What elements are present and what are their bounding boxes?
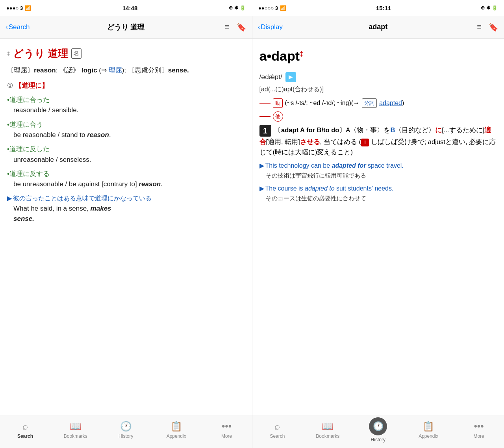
example-triangle-1: ▶ [259,162,264,169]
left-tab-bookmarks[interactable]: 📖 Bookmarks [50,415,101,448]
bullet-1-def: reasonable / sensible. [13,105,245,115]
left-bookmark-icon[interactable]: 🔖 [237,22,246,32]
right-back-button[interactable]: ‹ Display [258,23,283,31]
right-entry-header: a•dapt‡ [259,46,497,68]
left-tab-search-label: Search [17,433,33,439]
right-more-icon: ••• [474,421,484,432]
example-1-en: ▶This technology can be adapted for spac… [259,161,497,171]
etymology: [ad(...に)apt(合わせる)] [259,85,497,94]
right-nav-bar: ‹ Display adapt ≡ 🔖 [252,16,504,38]
bullet-4-def: be unreasonable / be against [contrary t… [13,179,245,189]
section1: ① 【道理に】 [7,81,245,91]
right-bookmark-icon[interactable]: 🔖 [489,22,498,32]
left-appendix-icon: 📋 [170,421,182,432]
right-signal: ●●○○○ 3 [258,5,278,11]
right-dict-panel: a•dapt‡ /ədǽpt/ ▶ [ad(...に)apt(合わせる)] 動 … [252,39,504,415]
other-badge: 他 [273,111,283,122]
example-2-ja: そのコースは生徒の必要性に合わせて [266,194,497,203]
left-status-bar: ●●●○ 3 📶 14:48 ⊕ ✱ 🔋 [0,0,252,16]
right-history-icon: 🕐 [373,421,384,431]
right-menu-icon[interactable]: ≡ [477,22,482,31]
left-dict-panel: ‡ どうり 道理 名 〔理屈〕reason; 《話》 logic (⇒ 理屈);… [0,39,252,415]
adapted-word-link[interactable]: adapted [379,100,402,106]
right-history-circle: 🕐 [369,417,387,435]
right-nav-icons: ≡ 🔖 [477,22,498,32]
left-entry-title: どうり 道理 [13,46,68,61]
example-block-1: ▶This technology can be adapted for spac… [259,161,497,180]
num-badge-1: 1 [259,125,271,137]
bullet-1-title: •道理に合った [7,95,245,105]
right-entry-title: a•dapt‡ [259,46,304,67]
triangle-icon: ▶ [7,195,12,202]
left-battery-icon: 🔋 [240,5,246,11]
section1-title: 【道理に】 [15,82,48,89]
right-entry-superscript: ‡ [300,50,304,57]
right-location-icon: ⊕ [481,5,485,11]
right-bluetooth-icon: ✱ [486,5,490,11]
example-1-ja: その技術は宇宙飛行に転用可能である [266,171,497,180]
left-chevron-icon: ‹ [6,23,8,31]
phonetic-text: /ədǽpt/ [259,72,282,82]
left-nav-bar: ‹ Search どうり 道理 ≡ 🔖 [0,16,252,38]
pos-line-hr [259,103,271,104]
left-back-button[interactable]: ‹ Search [6,23,30,31]
nav-bars: ‹ Search どうり 道理 ≡ 🔖 ‹ Display adapt ≡ 🔖 [0,16,504,39]
right-tab-bookmarks[interactable]: 📖 Bookmarks [302,415,353,448]
left-location-icon: ⊕ [229,5,233,11]
right-tab-appendix[interactable]: 📋 Appendix [403,415,454,448]
right-tab-history[interactable]: 🕐 History [353,415,403,448]
pos-badge-verb: 動 [273,98,283,108]
left-entry-header: ‡ どうり 道理 名 [7,46,245,61]
pos-line-verb: 動 (~s /-ts/; ~ed /-ɪd/; ~ing)(→ 分詞 adapt… [259,98,497,108]
left-entry-badge: 名 [71,48,82,59]
right-nav-title: adapt [369,23,387,31]
left-tab-history[interactable]: 🕐 History [101,415,151,448]
example-triangle-2: ▶ [259,185,264,192]
left-tab-bar: ⌕ Search 📖 Bookmarks 🕐 History 📋 Appendi… [0,415,252,448]
left-tab-search[interactable]: ⌕ Search [0,415,50,448]
riketsu-link[interactable]: 理屈 [109,67,122,74]
left-status-right: ⊕ ✱ 🔋 [229,5,246,11]
adapt-saseru: させる [300,138,320,145]
left-nav-title: どうり 道理 [107,22,145,32]
left-menu-icon[interactable]: ≡ [225,22,230,31]
bullet-4-title: •道理に反する [7,169,245,179]
right-status-right: ⊕ ✱ 🔋 [481,5,498,11]
status-bars: ●●●○ 3 📶 14:48 ⊕ ✱ 🔋 ●●○○○ 3 📶 15:11 ⊕ ✱… [0,0,504,16]
example-block-2: ▶The course is adapted to suit students'… [259,184,497,203]
left-back-label: Search [9,23,30,31]
left-tab-more[interactable]: ••• More [202,415,252,448]
left-search-icon: ⌕ [22,421,28,432]
warning-icon: ! [361,139,369,146]
pos-line-other: 他 [259,111,497,122]
left-bluetooth-icon: ✱ [234,5,238,11]
left-signal: ●●●○ 3 [6,5,23,11]
adapted-for-text: adapted for [332,162,366,169]
left-tab-history-label: History [119,433,133,439]
right-time: 15:11 [376,5,391,11]
left-bookmarks-icon: 📖 [70,421,82,432]
right-appendix-icon: 📋 [422,421,434,432]
phonetic-line: /ədǽpt/ ▶ [259,72,497,82]
bullet-4: •道理に反する be unreasonable / be against [co… [7,169,245,190]
adapt-key: adapt A for B/to do [281,126,339,133]
right-tab-more[interactable]: ••• More [454,415,504,448]
left-example-def2: sense. [13,214,245,224]
right-tab-search[interactable]: ⌕ Search [252,415,303,448]
bunshi-link[interactable]: 分詞 [362,98,377,108]
right-bookmarks-icon: 📖 [322,421,334,432]
adapted-to-text: adapted to [305,185,335,192]
bullet-3-def: unreasonable / senseless. [13,155,245,165]
bullet-2: •道理に合う be reasonable / stand to reason. [7,120,245,141]
left-definition: 〔理屈〕reason; 《話》 logic (⇒ 理屈); 〔思慮分別〕sens… [7,65,245,76]
left-example-link[interactable]: ▶彼の言ったことはある意味で道理にかなっている [7,194,245,204]
left-entry-marker: ‡ [7,50,10,57]
left-tab-appendix-label: Appendix [167,433,186,439]
right-tab-search-label: Search [270,433,285,439]
play-button[interactable]: ▶ [285,72,296,82]
left-tab-bookmarks-label: Bookmarks [64,433,87,439]
left-example-def: What he said, in a sense, makes [13,204,245,214]
bullet-2-def: be reasonable / stand to reason. [13,130,245,140]
left-tab-appendix[interactable]: 📋 Appendix [151,415,202,448]
right-tab-bar: ⌕ Search 📖 Bookmarks 🕐 History 📋 Appendi… [252,415,504,448]
